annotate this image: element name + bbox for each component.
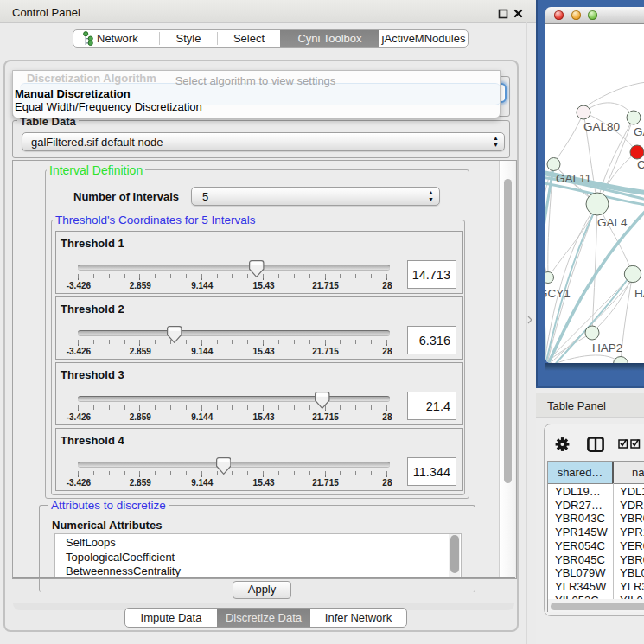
svg-text:GA: GA bbox=[634, 125, 644, 138]
svg-text:GAL4: GAL4 bbox=[597, 216, 628, 229]
svg-text:GCY1: GCY1 bbox=[545, 287, 571, 300]
svg-text:HAP2: HAP2 bbox=[592, 341, 622, 354]
svg-text:GAL11: GAL11 bbox=[556, 172, 591, 185]
svg-text:CR: CR bbox=[637, 158, 644, 171]
svg-text:HA: HA bbox=[634, 287, 644, 300]
svg-text:GAL80: GAL80 bbox=[583, 120, 620, 133]
